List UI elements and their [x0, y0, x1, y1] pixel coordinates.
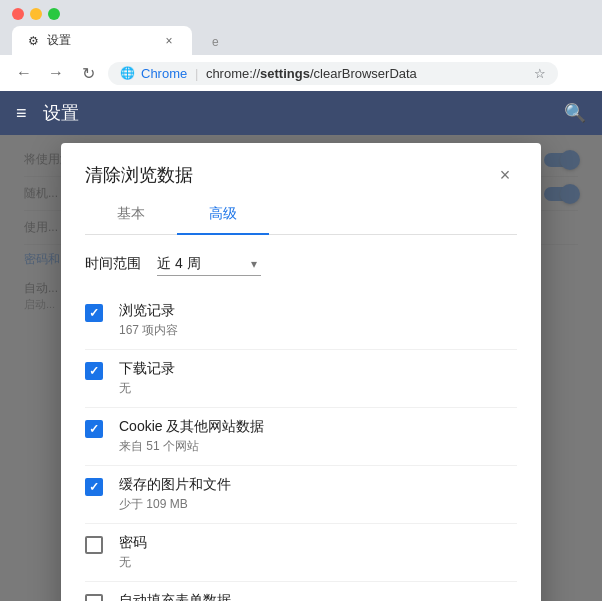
tab-advanced[interactable]: 高级: [177, 195, 269, 235]
cb-text-cookies: Cookie 及其他网站数据 来自 51 个网站: [119, 418, 517, 455]
cb-cookies[interactable]: ✓: [85, 420, 103, 438]
modal-overlay: 清除浏览数据 × 基本 高级 时间范围 过去 1 小时 过去 24 小时 过: [0, 135, 602, 601]
cb-title-cookies: Cookie 及其他网站数据: [119, 418, 517, 436]
tab-title: 设置: [47, 32, 154, 49]
checkbox-cookies: ✓ Cookie 及其他网站数据 来自 51 个网站: [85, 408, 517, 466]
cb-title-cache: 缓存的图片和文件: [119, 476, 517, 494]
address-chrome-brand: Chrome: [141, 66, 187, 81]
cb-text-browsing: 浏览记录 167 项内容: [119, 302, 517, 339]
clear-browser-data-dialog: 清除浏览数据 × 基本 高级 时间范围 过去 1 小时 过去 24 小时 过: [61, 143, 541, 601]
address-domain: chrome://: [206, 66, 260, 81]
checkbox-list: ✓ 浏览记录 167 项内容 ✓ 下载记录 无: [85, 292, 517, 601]
star-icon[interactable]: ☆: [534, 66, 546, 81]
refresh-button[interactable]: ↻: [76, 61, 100, 85]
checkbox-autofill: 自动填充表单数据: [85, 582, 517, 601]
dialog-tabs: 基本 高级: [85, 195, 517, 235]
tabs-row: ⚙ 设置 × e: [12, 26, 590, 55]
settings-page-title: 设置: [43, 101, 79, 125]
dialog-header: 清除浏览数据 ×: [61, 143, 541, 195]
time-range-select[interactable]: 过去 1 小时 过去 24 小时 过去 7 天 近 4 周 全部时间: [157, 251, 261, 276]
cb-passwords[interactable]: [85, 536, 103, 554]
cb-title-browsing: 浏览记录: [119, 302, 517, 320]
dialog-close-button[interactable]: ×: [493, 163, 517, 187]
checkbox-download-history: ✓ 下载记录 无: [85, 350, 517, 408]
tab-close-btn[interactable]: ×: [162, 34, 176, 48]
cb-text-autofill: 自动填充表单数据: [119, 592, 517, 601]
cb-title-passwords: 密码: [119, 534, 517, 552]
cb-browsing-history[interactable]: ✓: [85, 304, 103, 322]
cb-check-icon: ✓: [89, 306, 99, 320]
cb-sub-browsing: 167 项内容: [119, 322, 517, 339]
forward-button[interactable]: →: [44, 61, 68, 85]
settings-header: ≡ 设置 🔍: [0, 91, 602, 135]
address-path: /clearBrowserData: [310, 66, 417, 81]
secure-icon: 🌐: [120, 66, 135, 80]
browser-chrome: ⚙ 设置 × e ← → ↻ 🌐 Chrome | chrome://setti…: [0, 0, 602, 91]
active-tab[interactable]: ⚙ 设置 ×: [12, 26, 192, 55]
cb-text-cache: 缓存的图片和文件 少于 109 MB: [119, 476, 517, 513]
time-range-select-wrapper[interactable]: 过去 1 小时 过去 24 小时 过去 7 天 近 4 周 全部时间: [157, 251, 261, 276]
address-bold: settings: [260, 66, 310, 81]
traffic-light-red[interactable]: [12, 8, 24, 20]
cb-cache[interactable]: ✓: [85, 478, 103, 496]
cb-sub-passwords: 无: [119, 554, 517, 571]
inactive-tab-label: e: [212, 35, 219, 49]
dialog-title: 清除浏览数据: [85, 163, 193, 187]
title-bar: ⚙ 设置 × e: [0, 0, 602, 55]
address-bar: ← → ↻ 🌐 Chrome | chrome://settings/clear…: [0, 55, 602, 91]
tab-basic[interactable]: 基本: [85, 195, 177, 235]
address-display: Chrome | chrome://settings/clearBrowserD…: [141, 66, 417, 81]
traffic-light-yellow[interactable]: [30, 8, 42, 20]
cb-title-autofill: 自动填充表单数据: [119, 592, 517, 601]
time-range-label: 时间范围: [85, 255, 141, 273]
back-button[interactable]: ←: [12, 61, 36, 85]
page-content: 将使用浏览记录信息来改善搜索结果并推送 Google... 随机... 使用..…: [0, 135, 602, 601]
cb-download-history[interactable]: ✓: [85, 362, 103, 380]
checkbox-cache: ✓ 缓存的图片和文件 少于 109 MB: [85, 466, 517, 524]
cb-sub-cookies: 来自 51 个网站: [119, 438, 517, 455]
cb-text-download: 下载记录 无: [119, 360, 517, 397]
tab-settings-icon: ⚙: [28, 34, 39, 48]
cb-check-icon-dl: ✓: [89, 364, 99, 378]
cb-sub-cache: 少于 109 MB: [119, 496, 517, 513]
cb-check-icon-ca: ✓: [89, 480, 99, 494]
address-input[interactable]: 🌐 Chrome | chrome://settings/clearBrowse…: [108, 62, 558, 85]
cb-title-download: 下载记录: [119, 360, 517, 378]
time-range-row: 时间范围 过去 1 小时 过去 24 小时 过去 7 天 近 4 周 全部时间: [85, 251, 517, 276]
traffic-light-green[interactable]: [48, 8, 60, 20]
cb-check-icon-ck: ✓: [89, 422, 99, 436]
search-icon[interactable]: 🔍: [564, 102, 586, 124]
address-separator: |: [195, 66, 198, 81]
cb-sub-download: 无: [119, 380, 517, 397]
checkbox-browsing-history: ✓ 浏览记录 167 项内容: [85, 292, 517, 350]
hamburger-icon[interactable]: ≡: [16, 103, 27, 124]
cb-autofill[interactable]: [85, 594, 103, 601]
dialog-body: 时间范围 过去 1 小时 过去 24 小时 过去 7 天 近 4 周 全部时间: [61, 235, 541, 601]
inactive-tab[interactable]: e: [196, 29, 276, 55]
checkbox-passwords: 密码 无: [85, 524, 517, 582]
cb-text-passwords: 密码 无: [119, 534, 517, 571]
